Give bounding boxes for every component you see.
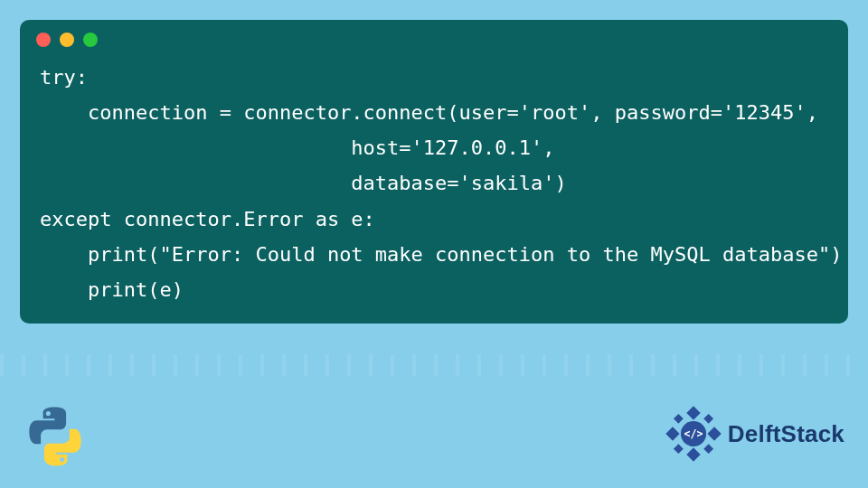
svg-marker-5 (703, 414, 713, 424)
svg-marker-7 (703, 444, 713, 454)
minimize-icon[interactable] (60, 33, 74, 47)
code-line: connection = connector.connect(user='roo… (40, 101, 818, 124)
code-line: print(e) (40, 278, 184, 301)
maximize-icon[interactable] (83, 33, 98, 47)
svg-marker-3 (707, 427, 721, 440)
svg-marker-0 (686, 406, 700, 419)
code-line: host='127.0.0.1', (40, 136, 555, 159)
code-line: except connector.Error as e: (40, 208, 375, 230)
code-block: try: connection = connector.connect(user… (20, 54, 848, 307)
svg-marker-4 (674, 414, 684, 424)
code-line: print("Error: Could not make connection … (40, 243, 842, 266)
close-icon[interactable] (36, 33, 51, 47)
delftstack-label: DelftStack (728, 420, 844, 448)
svg-marker-1 (686, 447, 700, 461)
svg-marker-6 (674, 444, 684, 454)
svg-marker-2 (665, 427, 679, 440)
python-logo-icon (24, 405, 87, 468)
decorative-pattern (0, 354, 868, 376)
code-line: database='sakila') (40, 172, 567, 194)
svg-text:</>: </> (684, 427, 703, 440)
code-line: try: (40, 66, 88, 89)
window-titlebar (20, 20, 848, 54)
delftstack-logo-icon: </> (665, 405, 722, 463)
code-window: try: connection = connector.connect(user… (20, 20, 848, 324)
delftstack-logo: </> DelftStack (665, 405, 844, 463)
